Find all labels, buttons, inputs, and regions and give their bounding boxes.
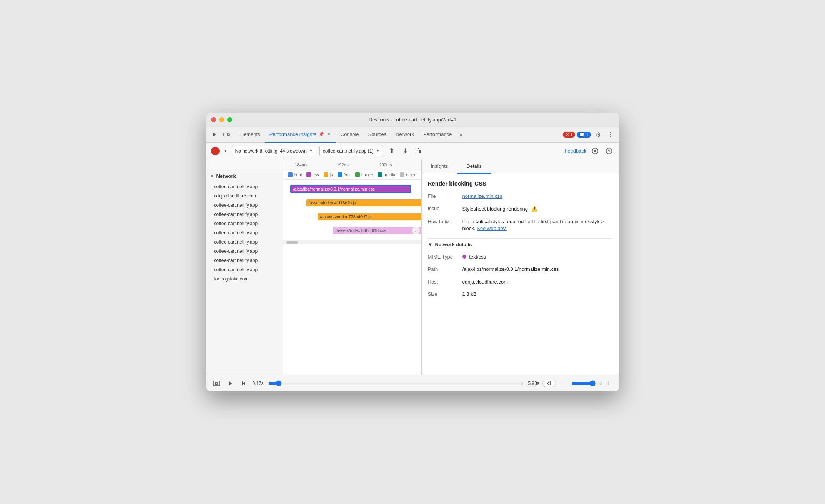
waterfall-bar-1[interactable]: /assets/index.41f18c2b.js — [306, 199, 421, 206]
see-web-dev-link[interactable]: See web.dev. — [477, 225, 507, 231]
screenshot-button[interactable] — [211, 378, 222, 389]
speed-button[interactable]: x1 — [542, 380, 556, 387]
waterfall-row-3[interactable]: /assets/index.8d6c6f18.css › — [283, 224, 421, 237]
devtools-window: DevTools - coffee-cart.netlify.app/?ad=1… — [206, 113, 619, 391]
toolbar-settings-button[interactable] — [590, 146, 600, 156]
tab-network[interactable]: Network — [391, 127, 419, 143]
legend-media: media — [378, 172, 395, 177]
playback-slider-container[interactable] — [267, 380, 525, 386]
list-item[interactable]: coffee-cart.netlify.app — [206, 247, 283, 256]
list-item[interactable]: coffee-cart.netlify.app — [206, 201, 283, 210]
waterfall-bar-3[interactable]: /assets/index.8d6c6f18.css — [333, 227, 421, 234]
waterfall-row-0[interactable]: /ajax/libs/normalize/8.0.1/normalize.min… — [283, 183, 421, 195]
panel-tabs: Insights Details — [422, 159, 619, 174]
legend-font-label: font — [344, 172, 351, 177]
scroll-thumb[interactable] — [286, 241, 298, 244]
tab-details[interactable]: Details — [457, 159, 491, 174]
detail-row-file: File normalize.min.css — [428, 193, 613, 200]
maximize-button[interactable] — [227, 117, 232, 122]
tab-console[interactable]: Console — [336, 127, 364, 143]
tab-close-icon[interactable]: ✕ — [326, 131, 331, 137]
time-end-label: 5.93s — [528, 381, 539, 386]
zoom-controls: − + — [559, 378, 614, 389]
throttle-label: No network throttling, 4× slowdown — [235, 148, 307, 154]
tab-more-button[interactable]: » — [456, 132, 465, 138]
how-to-fix-label: How to fix — [428, 218, 462, 224]
url-label: coffee-cart.netlify.app (1) — [323, 148, 374, 154]
list-item[interactable]: coffee-cart.netlify.app — [206, 237, 283, 247]
detail-row-issue: Issue Stylesheet blocking rendering ⚠️ — [428, 205, 613, 213]
feedback-link[interactable]: Feedback — [564, 148, 586, 154]
tab-elements[interactable]: Elements — [235, 127, 265, 143]
bar-label-1: /assets/index.41f18c2b.js — [309, 201, 356, 205]
url-dropdown[interactable]: coffee-cart.netlify.app (1) ▼ — [319, 146, 383, 156]
waterfall-bar-2[interactable]: /assets/vendor.728ed0d7.js — [318, 213, 421, 220]
play-button[interactable] — [225, 378, 236, 389]
legend-media-dot — [378, 172, 382, 177]
list-item[interactable]: coffee-cart.netlify.app — [206, 265, 283, 274]
path-value: /ajax/libs/normalize/8.0.1/normalize.min… — [462, 266, 613, 273]
size-label: Size — [428, 291, 462, 297]
network-details-header[interactable]: ▼ Network details — [428, 238, 613, 250]
legend-html: html — [288, 172, 302, 177]
tab-performance-insights[interactable]: Performance insights 📌 ✕ — [265, 127, 336, 143]
expand-chevron[interactable]: › — [412, 227, 420, 234]
tick-200: 200ms — [379, 162, 392, 167]
zoom-out-button[interactable]: − — [559, 378, 570, 389]
list-item[interactable]: cdnjs.cloudflare.com — [206, 191, 283, 201]
more-options-button[interactable]: ⋮ — [605, 129, 616, 140]
legend-image: image — [355, 172, 373, 177]
legend-js-dot — [324, 172, 328, 177]
error-badge[interactable]: ✕ 1 — [563, 132, 575, 138]
list-item[interactable]: coffee-cart.netlify.app — [206, 182, 283, 191]
record-button[interactable] — [211, 147, 220, 155]
playback-slider[interactable] — [268, 380, 524, 386]
minimize-button[interactable] — [219, 117, 224, 122]
tab-actions: ✕ 1 💬 1 ⚙ ⋮ — [563, 129, 615, 140]
delete-button[interactable]: 🗑 — [414, 146, 424, 156]
mime-label: MIME Type — [428, 254, 462, 260]
waterfall-row-2[interactable]: /assets/vendor.728ed0d7.js — [283, 211, 421, 223]
list-item[interactable]: coffee-cart.netlify.app — [206, 219, 283, 228]
legend-font-dot — [338, 172, 342, 177]
network-details-chevron: ▼ — [428, 242, 433, 247]
tab-sources[interactable]: Sources — [364, 127, 391, 143]
svg-point-7 — [215, 382, 218, 385]
upload-button[interactable]: ⬆ — [386, 146, 397, 156]
svg-marker-9 — [243, 381, 245, 385]
network-section: ▼ Network coffee-cart.netlify.app cdnjs.… — [206, 170, 421, 375]
skip-start-button[interactable] — [239, 378, 249, 389]
list-item[interactable]: fonts.gstatic.com — [206, 274, 283, 284]
network-header[interactable]: ▼ Network — [206, 170, 283, 182]
close-button[interactable] — [211, 117, 216, 122]
tab-performance-label: Performance — [423, 131, 452, 137]
cursor-icon-btn[interactable] — [210, 129, 220, 140]
scroll-area[interactable] — [283, 240, 421, 244]
zoom-slider[interactable] — [571, 380, 602, 386]
list-item[interactable]: coffee-cart.netlify.app — [206, 228, 283, 237]
tabs-bar: Elements Performance insights 📌 ✕ Consol… — [206, 127, 619, 143]
waterfall-row-1[interactable]: /assets/index.41f18c2b.js — [283, 197, 421, 209]
legend-other: other — [400, 172, 416, 177]
throttle-dropdown[interactable]: No network throttling, 4× slowdown ▼ — [232, 146, 316, 156]
list-item[interactable]: coffee-cart.netlify.app — [206, 210, 283, 219]
tab-performance[interactable]: Performance — [419, 127, 456, 143]
zoom-in-button[interactable]: + — [604, 378, 614, 389]
settings-button[interactable]: ⚙ — [593, 129, 604, 140]
record-dropdown-button[interactable]: ▼ — [223, 146, 229, 156]
how-to-fix-value: Inline critical styles required for the … — [462, 218, 613, 232]
legend-other-dot — [400, 172, 404, 177]
bottom-bar: 0.17s 5.93s x1 − + — [206, 375, 619, 391]
path-label: Path — [428, 266, 462, 272]
download-button[interactable]: ⬇ — [400, 146, 411, 156]
device-icon-btn[interactable] — [221, 129, 232, 140]
throttle-dropdown-arrow: ▼ — [309, 149, 313, 153]
file-link[interactable]: normalize.min.css — [462, 193, 502, 199]
waterfall-bar-0[interactable]: /ajax/libs/normalize/8.0.1/normalize.min… — [291, 186, 410, 192]
toolbar-help-button[interactable]: ? — [604, 146, 614, 156]
list-item[interactable]: coffee-cart.netlify.app — [206, 256, 283, 265]
message-badge[interactable]: 💬 1 — [577, 132, 591, 138]
legend-css: css — [306, 172, 319, 177]
tab-insights[interactable]: Insights — [422, 159, 457, 174]
legend-html-dot — [288, 172, 293, 177]
